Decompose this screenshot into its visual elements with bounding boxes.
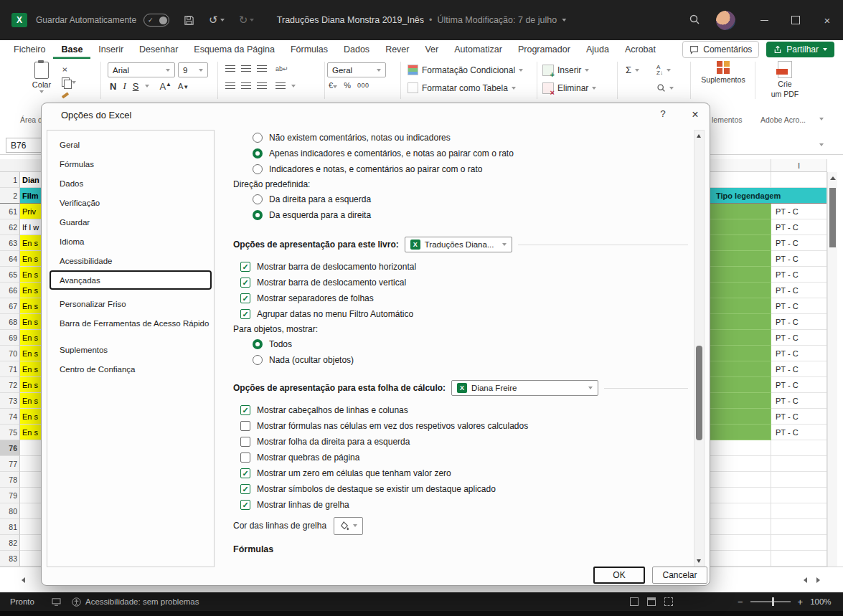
- macro-record-button[interactable]: [52, 592, 61, 611]
- row-header[interactable]: 83: [0, 551, 20, 567]
- checkbox-option[interactable]: Mostrar quebras de página: [223, 450, 691, 465]
- row-header[interactable]: 1: [0, 172, 20, 188]
- sheet-cell[interactable]: [710, 551, 771, 567]
- sheet-cell[interactable]: Priv: [20, 204, 41, 219]
- sheet-cell-green[interactable]: [710, 346, 771, 361]
- sheet-cell[interactable]: PT - C: [771, 219, 826, 235]
- bold-button[interactable]: N: [110, 81, 116, 92]
- sheet-cell[interactable]: [20, 440, 41, 456]
- sheet-cell[interactable]: En s: [20, 393, 41, 409]
- sheet-cell[interactable]: [771, 551, 826, 567]
- sheet-cell[interactable]: PT - C: [771, 204, 826, 219]
- sheet-cell[interactable]: [771, 519, 826, 535]
- scroll-up-icon[interactable]: [830, 176, 836, 180]
- sheet-cell[interactable]: En s: [20, 409, 41, 425]
- chevron-down-icon[interactable]: [250, 19, 254, 22]
- checkbox-option[interactable]: Mostrar cabeçalhos de linhas e colunas: [223, 402, 691, 418]
- align-right-icon[interactable]: [257, 82, 267, 90]
- sheet-cell-green[interactable]: [710, 298, 771, 314]
- page-break-view-button[interactable]: [664, 597, 673, 606]
- column-header-cell[interactable]: I: [771, 159, 827, 171]
- font-name-combo[interactable]: Arial: [108, 62, 175, 77]
- sheet-cell[interactable]: Film: [20, 188, 41, 204]
- checkbox-option[interactable]: Mostrar barra de deslocamento vertical: [223, 275, 691, 290]
- zoom-in-button[interactable]: +: [798, 597, 804, 607]
- ribbon-tab[interactable]: Automatizar: [446, 40, 510, 59]
- sheet-cell[interactable]: [710, 488, 771, 503]
- collapse-ribbon-icon[interactable]: [819, 118, 824, 120]
- row-header[interactable]: 76: [0, 440, 20, 456]
- sheet-cell[interactable]: PT - C: [771, 267, 826, 283]
- share-button[interactable]: Partilhar: [766, 42, 834, 57]
- italic-button[interactable]: I: [123, 80, 126, 92]
- sheet-cell[interactable]: PT - C: [771, 298, 826, 314]
- percent-style-button[interactable]: %: [344, 81, 351, 90]
- chevron-down-icon[interactable]: [145, 85, 149, 87]
- decrease-font-button[interactable]: A▼: [178, 82, 189, 90]
- number-format-combo[interactable]: Geral: [327, 62, 386, 77]
- sidebar-item[interactable]: Idioma: [50, 232, 212, 251]
- name-box[interactable]: B76: [6, 138, 46, 153]
- ribbon-tab[interactable]: Acrobat: [617, 40, 664, 59]
- sheet-cell[interactable]: [710, 519, 771, 535]
- zoom-slider[interactable]: [750, 601, 791, 602]
- sheet-cell[interactable]: En s: [20, 346, 41, 361]
- insert-cells-button[interactable]: Inserir: [542, 65, 589, 76]
- row-header[interactable]: 74: [0, 409, 20, 425]
- sheet-cell-green[interactable]: [710, 361, 771, 377]
- row-header[interactable]: 70: [0, 346, 20, 361]
- sheet-cell[interactable]: [771, 503, 826, 519]
- sheet-cell[interactable]: [20, 519, 41, 535]
- sheet-cell[interactable]: [20, 551, 41, 567]
- ribbon-tab[interactable]: Base: [53, 40, 90, 59]
- redo-button[interactable]: ↻: [239, 14, 255, 27]
- sheet-cell[interactable]: PT - C: [771, 251, 826, 267]
- sort-filter-button[interactable]: AZ↓: [656, 65, 671, 76]
- sidebar-item[interactable]: Dados: [50, 174, 212, 193]
- row-header[interactable]: 2: [0, 188, 20, 204]
- row-header[interactable]: 63: [0, 235, 20, 251]
- gridline-color-picker[interactable]: [334, 517, 363, 535]
- sheet-cell[interactable]: PT - C: [771, 393, 826, 409]
- sheet-cell[interactable]: En s: [20, 377, 41, 393]
- cut-button[interactable]: ×: [62, 64, 76, 75]
- sheet-cell[interactable]: [710, 472, 771, 488]
- radio-option[interactable]: Apenas indicadores e comentários, e nota…: [223, 146, 691, 161]
- align-top-icon[interactable]: [225, 65, 235, 72]
- workbook-selector[interactable]: Traduções Diana...: [405, 237, 512, 252]
- sheet-cell[interactable]: En s: [20, 267, 41, 283]
- sheet-cell[interactable]: [20, 488, 41, 503]
- checkbox-option[interactable]: Mostrar fórmulas nas células em vez dos …: [223, 418, 691, 434]
- sheet-cell-green[interactable]: [710, 330, 771, 346]
- ok-button[interactable]: OK: [593, 567, 645, 584]
- sheet-cell-green[interactable]: [710, 377, 771, 393]
- sheet-cell-green[interactable]: [710, 314, 771, 330]
- ribbon-tab[interactable]: Programador: [510, 40, 578, 59]
- sidebar-item[interactable]: Centro de Confiança: [50, 359, 212, 379]
- sidebar-item[interactable]: Verificação: [50, 193, 212, 212]
- sheet-cell[interactable]: PT - C: [771, 425, 826, 440]
- row-header[interactable]: 68: [0, 314, 20, 330]
- dialog-close-button[interactable]: ×: [684, 106, 706, 123]
- scrollbar-thumb[interactable]: [829, 188, 836, 247]
- sheet-cell[interactable]: Dian: [20, 172, 41, 188]
- row-header[interactable]: 81: [0, 519, 20, 535]
- align-left-icon[interactable]: [225, 82, 235, 90]
- column-header-left[interactable]: [0, 159, 41, 172]
- sheet-cell[interactable]: [20, 535, 41, 551]
- sidebar-item[interactable]: Avançadas: [50, 270, 212, 290]
- align-middle-icon[interactable]: [241, 65, 251, 72]
- scrollbar-thumb[interactable]: [696, 346, 702, 440]
- scroll-up-icon[interactable]: [697, 134, 701, 138]
- sheet-cell[interactable]: En s: [20, 283, 41, 298]
- undo-button[interactable]: ↺: [209, 14, 225, 27]
- sheet-cell[interactable]: PT - C: [771, 235, 826, 251]
- sheet-cell[interactable]: En s: [20, 330, 41, 346]
- excel-app-icon[interactable]: [11, 13, 27, 27]
- comments-button[interactable]: Comentários: [682, 41, 759, 58]
- sheet-cell[interactable]: En s: [20, 425, 41, 440]
- sheet-cell[interactable]: [771, 472, 826, 488]
- sidebar-item[interactable]: Fórmulas: [50, 154, 212, 174]
- checkbox-option[interactable]: Mostrar separadores de folhas: [223, 290, 691, 306]
- user-avatar[interactable]: [716, 11, 735, 30]
